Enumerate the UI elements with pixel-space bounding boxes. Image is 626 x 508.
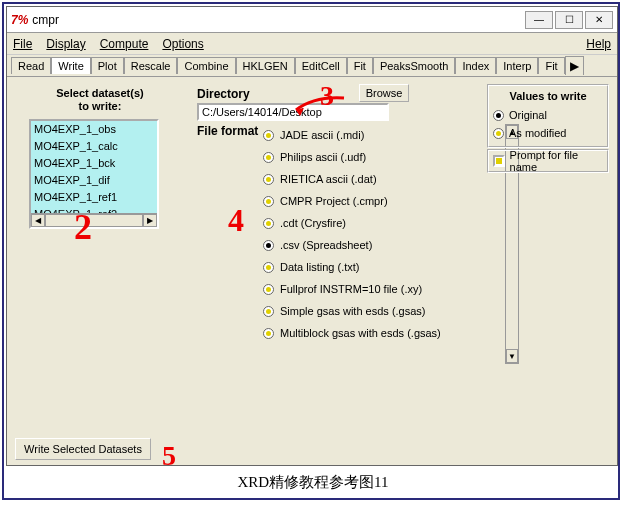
- format-radio-label: CMPR Project (.cmpr): [280, 195, 388, 207]
- format-radio-label: Multiblock gsas with esds (.gsas): [280, 327, 441, 339]
- tab-combine[interactable]: Combine: [177, 57, 235, 74]
- tab-rescale[interactable]: Rescale: [124, 57, 178, 74]
- tab-hklgen[interactable]: HKLGEN: [236, 57, 295, 74]
- format-radio[interactable]: [263, 218, 274, 229]
- tab-peaks[interactable]: PeaksSmooth: [373, 57, 455, 74]
- tab-index[interactable]: Index: [455, 57, 496, 74]
- radio-original[interactable]: [493, 110, 504, 121]
- values-title: Values to write: [493, 90, 603, 102]
- titlebar: 7% cmpr — ☐ ✕: [7, 7, 617, 33]
- select-datasets-label: Select dataset(s) to write:: [35, 87, 165, 113]
- tab-write[interactable]: Write: [51, 57, 90, 74]
- tab-fit[interactable]: Fit: [347, 57, 373, 74]
- list-item[interactable]: MO4EXP_1_obs: [31, 121, 157, 138]
- format-radio-label: .csv (Spreadsheet): [280, 239, 372, 251]
- scroll-thumb[interactable]: [45, 214, 143, 227]
- format-radio[interactable]: [263, 262, 274, 273]
- directory-input[interactable]: [197, 103, 389, 121]
- values-to-write-box: Values to write Original As modified: [487, 84, 609, 148]
- format-radio[interactable]: [263, 284, 274, 295]
- format-radio[interactable]: [263, 152, 274, 163]
- directory-label: Directory: [197, 87, 250, 101]
- menubar: File Display Compute Options Help: [7, 33, 617, 55]
- tabbar: Read Write Plot Rescale Combine HKLGEN E…: [7, 55, 617, 77]
- scroll-down-icon[interactable]: ▼: [506, 349, 518, 363]
- datasets-listbox[interactable]: MO4EXP_1_obsMO4EXP_1_calcMO4EXP_1_bckMO4…: [29, 119, 159, 229]
- radio-original-label: Original: [509, 109, 547, 121]
- tab-plot[interactable]: Plot: [91, 57, 124, 74]
- radio-as-modified-label: As modified: [509, 127, 566, 139]
- menu-file[interactable]: File: [13, 37, 32, 51]
- format-radio[interactable]: [263, 240, 274, 251]
- maximize-button[interactable]: ☐: [555, 11, 583, 29]
- menu-options[interactable]: Options: [162, 37, 203, 51]
- tab-read[interactable]: Read: [11, 57, 51, 74]
- scroll-right-icon[interactable]: ▶: [143, 214, 157, 227]
- close-button[interactable]: ✕: [585, 11, 613, 29]
- figure-caption: XRD精修教程参考图11: [4, 473, 622, 492]
- radio-as-modified[interactable]: [493, 128, 504, 139]
- format-radio-label: Philips ascii (.udf): [280, 151, 366, 163]
- browse-button[interactable]: Browse: [359, 84, 409, 102]
- format-radio-label: Data listing (.txt): [280, 261, 359, 273]
- format-radio-label: RIETICA ascii (.dat): [280, 173, 377, 185]
- menu-help[interactable]: Help: [586, 37, 611, 51]
- listbox-hscroll[interactable]: ◀ ▶: [31, 213, 157, 227]
- write-selected-button[interactable]: Write Selected Datasets: [15, 438, 151, 460]
- prompt-filename-checkbox[interactable]: [493, 155, 505, 167]
- format-radio[interactable]: [263, 174, 274, 185]
- format-radio-label: JADE ascii (.mdi): [280, 129, 364, 141]
- tabs-scroll-right[interactable]: ▶: [565, 56, 584, 75]
- list-item[interactable]: MO4EXP_1_ref1: [31, 189, 157, 206]
- minimize-button[interactable]: —: [525, 11, 553, 29]
- tab-extra[interactable]: Fit: [538, 57, 564, 74]
- format-radio[interactable]: [263, 306, 274, 317]
- prompt-filename-box: Prompt for file name: [487, 149, 609, 173]
- tab-interp[interactable]: Interp: [496, 57, 538, 74]
- list-item[interactable]: MO4EXP_1_calc: [31, 138, 157, 155]
- tab-editcell[interactable]: EditCell: [295, 57, 347, 74]
- format-radio[interactable]: [263, 196, 274, 207]
- format-radio[interactable]: [263, 328, 274, 339]
- format-radio-label: Simple gsas with esds (.gsas): [280, 305, 426, 317]
- tk-icon: 7%: [11, 13, 28, 27]
- file-format-label: File format: [197, 124, 258, 138]
- scroll-left-icon[interactable]: ◀: [31, 214, 45, 227]
- file-format-radiogroup: JADE ascii (.mdi)Philips ascii (.udf)RIE…: [263, 124, 503, 344]
- list-item[interactable]: MO4EXP_1_dif: [31, 172, 157, 189]
- menu-compute[interactable]: Compute: [100, 37, 149, 51]
- format-radio[interactable]: [263, 130, 274, 141]
- prompt-filename-label: Prompt for file name: [510, 149, 603, 173]
- format-radio-label: .cdt (Crysfire): [280, 217, 346, 229]
- menu-display[interactable]: Display: [46, 37, 85, 51]
- window-title: cmpr: [32, 13, 59, 27]
- format-radio-label: Fullprof INSTRM=10 file (.xy): [280, 283, 422, 295]
- list-item[interactable]: MO4EXP_1_bck: [31, 155, 157, 172]
